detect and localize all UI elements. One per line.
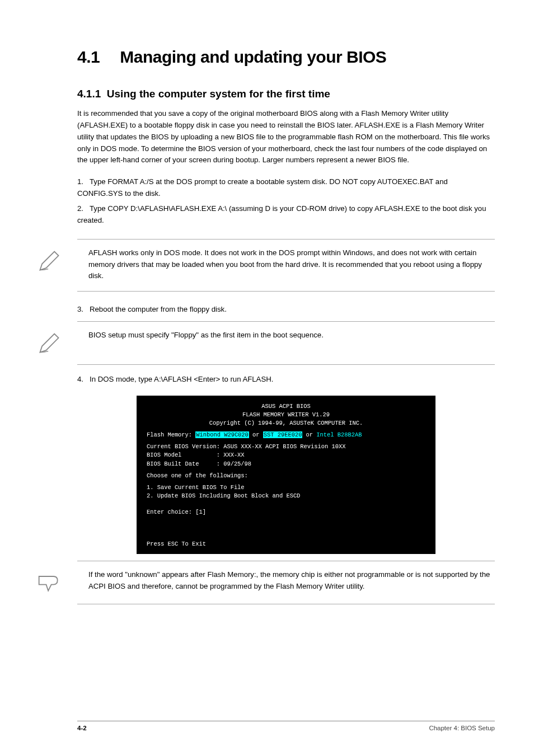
terminal-option-1: 1. Save Current BIOS To File bbox=[147, 483, 425, 492]
note-block-1: AFLASH works only in DOS mode. It does n… bbox=[77, 239, 495, 292]
flash-label: Flash Memory: bbox=[147, 431, 195, 438]
terminal-enter-choice: Enter choice: [1] bbox=[147, 508, 425, 516]
step-number: 3. bbox=[77, 304, 90, 316]
terminal-option-2: 2. Update BIOS Including Boot Block and … bbox=[147, 492, 425, 500]
section-title-text: Managing and updating your BIOS bbox=[120, 48, 386, 66]
note-text: If the word "unknown" appears after Flas… bbox=[88, 569, 491, 593]
pen-note-icon bbox=[37, 331, 62, 355]
note-text: BIOS setup must specify "Floppy" as the … bbox=[88, 330, 324, 341]
step-number: 4. bbox=[77, 374, 90, 386]
or-text: or bbox=[302, 431, 316, 438]
terminal-screenshot: ASUS ACPI BIOS FLASH MEMORY WRITER V1.29… bbox=[137, 396, 435, 554]
step-number: 1. bbox=[77, 176, 90, 188]
section-number: 4.1 bbox=[77, 48, 100, 67]
terminal-esc: Press ESC To Exit bbox=[147, 540, 425, 548]
step-text: Reboot the computer from the floppy disk… bbox=[90, 305, 227, 313]
terminal-flash-line: Flash Memory: Winbond W29C020 or SST 29E… bbox=[147, 431, 425, 439]
flash-option-a: Winbond W29C020 bbox=[195, 431, 249, 438]
paragraph-intro: It is recommended that you save a copy o… bbox=[77, 108, 495, 166]
step-text: In DOS mode, type A:\AFLASH <Enter> to r… bbox=[90, 375, 273, 383]
note-text: AFLASH works only in DOS mode. It does n… bbox=[88, 247, 491, 283]
page-number: 4-2 bbox=[77, 725, 87, 731]
step-text: Type FORMAT A:/S at the DOS prompt to cr… bbox=[77, 177, 448, 198]
flash-option-b: SST 29EE020 bbox=[263, 431, 303, 438]
note-block-3: If the word "unknown" appears after Flas… bbox=[77, 561, 495, 604]
pen-note-icon bbox=[37, 248, 62, 273]
step-text: Type COPY D:\AFLASH\AFLASH.EXE A:\ (assu… bbox=[77, 204, 486, 224]
terminal-bios-model: BIOS Model : XXX-XX bbox=[147, 451, 425, 459]
magnifier-note-icon bbox=[37, 570, 62, 595]
step-3: 3.Reboot the computer from the floppy di… bbox=[77, 304, 495, 316]
terminal-choose: Choose one of the followings: bbox=[147, 472, 425, 480]
subsection-heading: 4.1.1 Using the computer system for the … bbox=[77, 88, 495, 100]
terminal-current-version: Current BIOS Version: ASUS XXX-XX ACPI B… bbox=[147, 443, 425, 451]
step-1: 1.Type FORMAT A:/S at the DOS prompt to … bbox=[77, 176, 495, 200]
step-number: 2. bbox=[77, 203, 90, 215]
terminal-bios-date: BIOS Built Date : 09/25/98 bbox=[147, 460, 425, 468]
step-4: 4.In DOS mode, type A:\AFLASH <Enter> to… bbox=[77, 374, 495, 386]
terminal-copyright: Copyright (C) 1994-99, ASUSTeK COMPUTER … bbox=[147, 419, 425, 428]
subsection-number: 4.1.1 bbox=[77, 88, 101, 100]
flash-option-c: Intel B28B2AB bbox=[316, 431, 362, 438]
step-2: 2.Type COPY D:\AFLASH\AFLASH.EXE A:\ (as… bbox=[77, 203, 495, 227]
or-text: or bbox=[249, 431, 263, 438]
note-block-2: BIOS setup must specify "Floppy" as the … bbox=[77, 321, 495, 365]
subsection-title: Using the computer system for the first … bbox=[107, 88, 330, 100]
page-footer: 4-2 Chapter 4: BIOS Setup bbox=[77, 721, 495, 731]
chapter-label: Chapter 4: BIOS Setup bbox=[429, 725, 495, 731]
terminal-title-1: ASUS ACPI BIOS bbox=[147, 402, 425, 411]
section-heading: 4.1Managing and updating your BIOS bbox=[77, 48, 495, 67]
terminal-title-2: FLASH MEMORY WRITER V1.29 bbox=[147, 411, 425, 419]
